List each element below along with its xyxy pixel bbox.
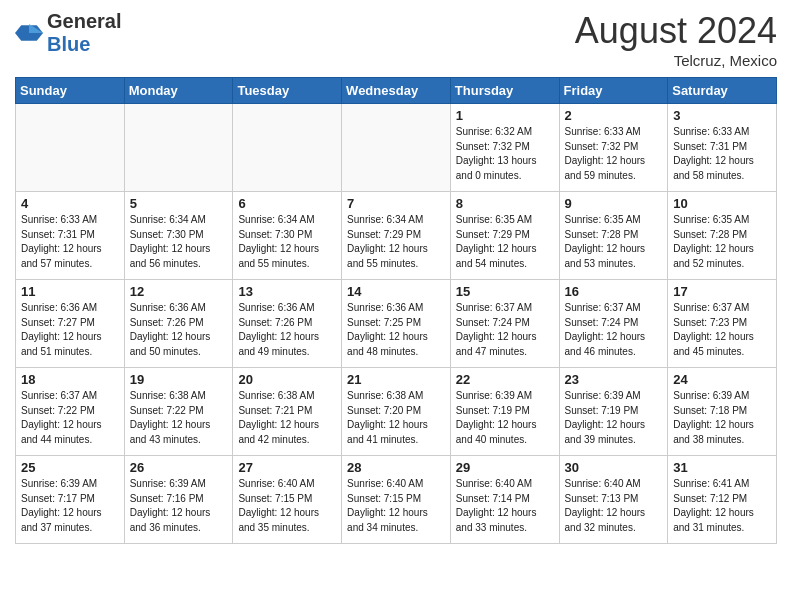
location: Telcruz, Mexico [575, 52, 777, 69]
calendar-cell: 25Sunrise: 6:39 AMSunset: 7:17 PMDayligh… [16, 456, 125, 544]
calendar-cell: 9Sunrise: 6:35 AMSunset: 7:28 PMDaylight… [559, 192, 668, 280]
day-number: 31 [673, 460, 771, 475]
day-number: 5 [130, 196, 228, 211]
week-row-2: 4Sunrise: 6:33 AMSunset: 7:31 PMDaylight… [16, 192, 777, 280]
weekday-header-friday: Friday [559, 78, 668, 104]
weekday-header-saturday: Saturday [668, 78, 777, 104]
day-info: Sunrise: 6:39 AMSunset: 7:16 PMDaylight:… [130, 477, 228, 535]
calendar-cell: 24Sunrise: 6:39 AMSunset: 7:18 PMDayligh… [668, 368, 777, 456]
calendar-cell: 7Sunrise: 6:34 AMSunset: 7:29 PMDaylight… [342, 192, 451, 280]
calendar-cell: 11Sunrise: 6:36 AMSunset: 7:27 PMDayligh… [16, 280, 125, 368]
logo: General Blue [15, 10, 121, 56]
day-info: Sunrise: 6:34 AMSunset: 7:29 PMDaylight:… [347, 213, 445, 271]
day-number: 27 [238, 460, 336, 475]
day-info: Sunrise: 6:34 AMSunset: 7:30 PMDaylight:… [238, 213, 336, 271]
day-number: 8 [456, 196, 554, 211]
day-info: Sunrise: 6:33 AMSunset: 7:31 PMDaylight:… [673, 125, 771, 183]
calendar-cell: 30Sunrise: 6:40 AMSunset: 7:13 PMDayligh… [559, 456, 668, 544]
calendar-cell: 3Sunrise: 6:33 AMSunset: 7:31 PMDaylight… [668, 104, 777, 192]
day-number: 26 [130, 460, 228, 475]
day-number: 12 [130, 284, 228, 299]
calendar-cell [124, 104, 233, 192]
day-number: 25 [21, 460, 119, 475]
week-row-4: 18Sunrise: 6:37 AMSunset: 7:22 PMDayligh… [16, 368, 777, 456]
day-number: 18 [21, 372, 119, 387]
calendar-cell: 2Sunrise: 6:33 AMSunset: 7:32 PMDaylight… [559, 104, 668, 192]
calendar-cell: 15Sunrise: 6:37 AMSunset: 7:24 PMDayligh… [450, 280, 559, 368]
day-info: Sunrise: 6:40 AMSunset: 7:15 PMDaylight:… [347, 477, 445, 535]
day-info: Sunrise: 6:35 AMSunset: 7:28 PMDaylight:… [673, 213, 771, 271]
month-year: August 2024 [575, 10, 777, 52]
calendar-table: SundayMondayTuesdayWednesdayThursdayFrid… [15, 77, 777, 544]
day-number: 7 [347, 196, 445, 211]
day-info: Sunrise: 6:37 AMSunset: 7:24 PMDaylight:… [565, 301, 663, 359]
calendar-cell: 21Sunrise: 6:38 AMSunset: 7:20 PMDayligh… [342, 368, 451, 456]
day-number: 19 [130, 372, 228, 387]
calendar-cell: 17Sunrise: 6:37 AMSunset: 7:23 PMDayligh… [668, 280, 777, 368]
day-number: 21 [347, 372, 445, 387]
calendar-cell: 26Sunrise: 6:39 AMSunset: 7:16 PMDayligh… [124, 456, 233, 544]
day-number: 30 [565, 460, 663, 475]
day-number: 9 [565, 196, 663, 211]
day-number: 28 [347, 460, 445, 475]
day-number: 24 [673, 372, 771, 387]
calendar-cell [342, 104, 451, 192]
calendar-cell: 4Sunrise: 6:33 AMSunset: 7:31 PMDaylight… [16, 192, 125, 280]
day-info: Sunrise: 6:38 AMSunset: 7:21 PMDaylight:… [238, 389, 336, 447]
day-number: 2 [565, 108, 663, 123]
day-info: Sunrise: 6:36 AMSunset: 7:26 PMDaylight:… [130, 301, 228, 359]
day-number: 16 [565, 284, 663, 299]
day-info: Sunrise: 6:39 AMSunset: 7:18 PMDaylight:… [673, 389, 771, 447]
calendar-cell: 14Sunrise: 6:36 AMSunset: 7:25 PMDayligh… [342, 280, 451, 368]
title-block: August 2024 Telcruz, Mexico [575, 10, 777, 69]
logo-general: General [47, 10, 121, 32]
day-info: Sunrise: 6:37 AMSunset: 7:24 PMDaylight:… [456, 301, 554, 359]
day-info: Sunrise: 6:37 AMSunset: 7:22 PMDaylight:… [21, 389, 119, 447]
day-number: 20 [238, 372, 336, 387]
calendar-cell [16, 104, 125, 192]
logo-blue: Blue [47, 33, 90, 55]
day-info: Sunrise: 6:35 AMSunset: 7:28 PMDaylight:… [565, 213, 663, 271]
day-info: Sunrise: 6:38 AMSunset: 7:22 PMDaylight:… [130, 389, 228, 447]
calendar-cell: 10Sunrise: 6:35 AMSunset: 7:28 PMDayligh… [668, 192, 777, 280]
week-row-5: 25Sunrise: 6:39 AMSunset: 7:17 PMDayligh… [16, 456, 777, 544]
weekday-header-tuesday: Tuesday [233, 78, 342, 104]
calendar-cell [233, 104, 342, 192]
weekday-header-sunday: Sunday [16, 78, 125, 104]
calendar-cell: 6Sunrise: 6:34 AMSunset: 7:30 PMDaylight… [233, 192, 342, 280]
weekday-header-wednesday: Wednesday [342, 78, 451, 104]
page-header: General Blue August 2024 Telcruz, Mexico [15, 10, 777, 69]
day-info: Sunrise: 6:33 AMSunset: 7:31 PMDaylight:… [21, 213, 119, 271]
calendar-cell: 13Sunrise: 6:36 AMSunset: 7:26 PMDayligh… [233, 280, 342, 368]
calendar-cell: 16Sunrise: 6:37 AMSunset: 7:24 PMDayligh… [559, 280, 668, 368]
weekday-header-thursday: Thursday [450, 78, 559, 104]
day-number: 23 [565, 372, 663, 387]
calendar-cell: 29Sunrise: 6:40 AMSunset: 7:14 PMDayligh… [450, 456, 559, 544]
calendar-cell: 23Sunrise: 6:39 AMSunset: 7:19 PMDayligh… [559, 368, 668, 456]
day-number: 13 [238, 284, 336, 299]
day-info: Sunrise: 6:37 AMSunset: 7:23 PMDaylight:… [673, 301, 771, 359]
day-number: 4 [21, 196, 119, 211]
week-row-3: 11Sunrise: 6:36 AMSunset: 7:27 PMDayligh… [16, 280, 777, 368]
day-info: Sunrise: 6:40 AMSunset: 7:14 PMDaylight:… [456, 477, 554, 535]
weekday-header-monday: Monday [124, 78, 233, 104]
day-number: 29 [456, 460, 554, 475]
day-info: Sunrise: 6:34 AMSunset: 7:30 PMDaylight:… [130, 213, 228, 271]
day-info: Sunrise: 6:35 AMSunset: 7:29 PMDaylight:… [456, 213, 554, 271]
day-number: 17 [673, 284, 771, 299]
day-info: Sunrise: 6:39 AMSunset: 7:19 PMDaylight:… [456, 389, 554, 447]
logo-text: General Blue [47, 10, 121, 56]
day-number: 3 [673, 108, 771, 123]
day-number: 11 [21, 284, 119, 299]
calendar-cell: 22Sunrise: 6:39 AMSunset: 7:19 PMDayligh… [450, 368, 559, 456]
calendar-cell: 28Sunrise: 6:40 AMSunset: 7:15 PMDayligh… [342, 456, 451, 544]
calendar-cell: 5Sunrise: 6:34 AMSunset: 7:30 PMDaylight… [124, 192, 233, 280]
day-number: 15 [456, 284, 554, 299]
day-info: Sunrise: 6:40 AMSunset: 7:15 PMDaylight:… [238, 477, 336, 535]
weekday-header-row: SundayMondayTuesdayWednesdayThursdayFrid… [16, 78, 777, 104]
logo-icon [15, 22, 43, 44]
day-info: Sunrise: 6:36 AMSunset: 7:26 PMDaylight:… [238, 301, 336, 359]
day-info: Sunrise: 6:33 AMSunset: 7:32 PMDaylight:… [565, 125, 663, 183]
day-number: 1 [456, 108, 554, 123]
day-info: Sunrise: 6:38 AMSunset: 7:20 PMDaylight:… [347, 389, 445, 447]
